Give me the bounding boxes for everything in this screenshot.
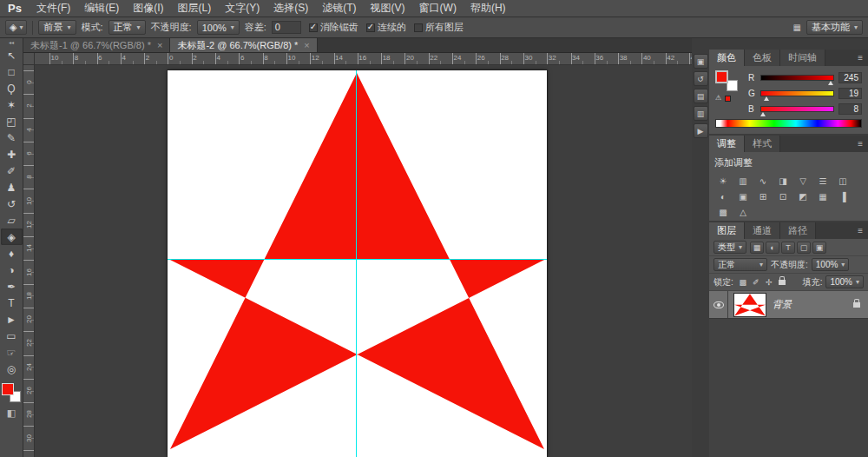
green-slider[interactable] (760, 90, 834, 96)
horizontal-ruler[interactable]: 1086420246810121416182022242628303234363… (35, 53, 692, 65)
tool-type[interactable]: T (1, 295, 23, 311)
layer-filter-pixel[interactable]: ▦ (750, 242, 764, 254)
adjustment-color-lookup[interactable]: ⊡ (774, 189, 792, 203)
panel-tab[interactable]: 色板 (745, 50, 780, 66)
document-tab[interactable]: 未标题-2 @ 66.7%(RGB/8) * × (170, 38, 317, 52)
blue-value-input[interactable]: 8 (838, 103, 862, 115)
layer-row[interactable]: 背景 (709, 291, 868, 319)
menu-item[interactable]: 视图(V) (364, 0, 412, 17)
blue-slider[interactable] (760, 106, 834, 112)
adjustment-gradient-map[interactable]: ▩ (714, 205, 732, 219)
slider-marker[interactable] (828, 81, 833, 85)
menu-item[interactable]: 图像(I) (126, 0, 170, 17)
layer-filter-select[interactable]: 类型 ▾ (713, 241, 746, 254)
lock-transparent-pixels[interactable]: ▩ (737, 276, 749, 288)
collapse-toolbar-icon[interactable]: ◂◂ (9, 39, 14, 47)
gamut-warning-icon[interactable]: ⚠ (715, 95, 721, 102)
tool-lasso[interactable]: Ϙ (1, 80, 23, 96)
tool-eyedropper[interactable]: ✎ (1, 129, 23, 146)
adjustment-exposure[interactable]: ◨ (774, 174, 792, 188)
adjustment-levels[interactable]: ▥ (734, 174, 752, 188)
tool-crop[interactable]: ◰ (1, 113, 23, 129)
layer-filter-smart-object[interactable]: ▣ (812, 242, 826, 254)
panel-tab[interactable]: 时间轴 (780, 50, 825, 66)
tool-eraser[interactable]: ▱ (1, 212, 23, 228)
green-value-input[interactable]: 19 (838, 88, 862, 99)
tool-hand[interactable]: ☞ (1, 344, 23, 361)
tool-paint-bucket[interactable]: ◈ (1, 228, 23, 245)
adjustment-channel-mixer[interactable]: ⊞ (754, 189, 772, 203)
menu-item[interactable]: 图层(L) (171, 0, 219, 17)
menu-item[interactable]: 文件(F) (30, 0, 77, 17)
dock-panel-mini-bridge[interactable]: ▣ (694, 54, 708, 69)
foreground-color-swatch[interactable] (715, 70, 728, 83)
lock-all-icon[interactable] (779, 280, 786, 285)
adjustment-brightness-contrast[interactable]: ☀ (714, 174, 732, 188)
lock-image-pixels[interactable]: ✐ (750, 276, 762, 288)
vertical-ruler[interactable]: 024681012141618202224262830 (23, 65, 35, 457)
panel-tab[interactable]: 图层 (709, 222, 745, 239)
tool-clone-stamp[interactable]: ♟ (1, 179, 23, 195)
layer-opacity-select[interactable]: 100% ▾ (812, 258, 850, 271)
menu-item[interactable]: 编辑(E) (77, 0, 126, 17)
menu-item[interactable]: 文字(Y) (218, 0, 266, 17)
tool-preset-picker[interactable]: ◈ ▾ (5, 20, 27, 35)
horizontal-guide[interactable] (168, 259, 547, 260)
panel-menu-icon[interactable]: ≡ (852, 136, 868, 152)
dock-panel-history[interactable]: ↺ (694, 71, 708, 86)
blend-mode-select[interactable]: 正常 ▾ (108, 20, 146, 35)
document-tab[interactable]: 未标题-1 @ 66.7%(RGB/8) * × (23, 38, 170, 52)
layer-fill-select[interactable]: 100% ▾ (825, 275, 864, 288)
close-tab-icon[interactable]: × (304, 40, 309, 50)
tool-marquee[interactable]: □ (1, 63, 23, 80)
panel-menu-icon[interactable]: ≡ (852, 222, 868, 239)
adjustment-invert[interactable]: ◩ (794, 189, 812, 203)
adjustment-threshold[interactable]: ▐ (834, 189, 852, 203)
panel-tab[interactable]: 路径 (780, 222, 816, 239)
layer-visibility-toggle[interactable] (709, 291, 728, 318)
close-tab-icon[interactable]: × (157, 40, 162, 50)
tool-dodge[interactable]: ◑ (1, 262, 23, 278)
adjustment-vibrance[interactable]: ▽ (794, 174, 812, 188)
adjustment-photo-filter[interactable]: ▣ (734, 189, 752, 203)
tool-shape[interactable]: ▭ (1, 328, 23, 344)
workspace-grid-icon[interactable]: ▦ (793, 23, 801, 32)
tolerance-input[interactable]: 0 (272, 21, 301, 34)
red-slider[interactable] (760, 75, 834, 81)
option-checkbox[interactable]: 消除锯齿 (309, 21, 358, 34)
tool-path-selection[interactable]: ► (1, 311, 23, 328)
canvas[interactable] (168, 70, 547, 457)
menu-item[interactable]: 窗口(W) (412, 0, 464, 17)
dock-panel-properties[interactable]: ▤ (694, 89, 708, 103)
dock-panel-info[interactable]: ▥ (694, 106, 708, 121)
slider-marker[interactable] (764, 96, 769, 101)
tool-pen[interactable]: ✒ (1, 278, 23, 295)
adjustment-color-balance[interactable]: ◫ (834, 174, 852, 188)
tool-move[interactable]: ↖ (1, 47, 23, 63)
adjustment-selective-color[interactable]: △ (734, 205, 752, 219)
layer-filter-type[interactable]: T (781, 242, 795, 254)
quick-mask-icon[interactable]: ◧ (7, 407, 16, 419)
layer-blend-mode-select[interactable]: 正常 ▾ (713, 258, 767, 271)
adjustment-curves[interactable]: ∿ (754, 174, 772, 188)
adjustment-black-white[interactable]: ◐ (714, 189, 732, 203)
tool-magic-wand[interactable]: ✶ (1, 96, 23, 113)
tool-zoom[interactable]: ◎ (1, 361, 23, 377)
red-value-input[interactable]: 245 (838, 72, 862, 83)
layer-filter-shape[interactable]: ▢ (797, 242, 811, 254)
tool-healing-brush[interactable]: ✚ (1, 146, 23, 162)
fill-source-select[interactable]: 前景 ▾ (38, 20, 76, 35)
layer-filter-adjustment[interactable]: ◐ (766, 242, 779, 254)
adjustment-posterize[interactable]: ▦ (814, 189, 832, 203)
tool-history-brush[interactable]: ↺ (1, 195, 23, 212)
option-checkbox[interactable]: 所有图层 (414, 21, 464, 34)
dock-panel-actions[interactable]: ▶ (694, 123, 708, 138)
web-color-cube-icon[interactable] (725, 96, 731, 102)
layer-thumbnail[interactable] (733, 293, 766, 317)
ruler-corner[interactable] (23, 53, 35, 65)
tool-blur[interactable]: ♦ (1, 245, 23, 262)
lock-position[interactable]: ✢ (763, 276, 775, 288)
panel-tab[interactable]: 调整 (709, 136, 745, 152)
workspace-select[interactable]: 基本功能 ▾ (806, 20, 863, 35)
panel-tab[interactable]: 通道 (745, 222, 780, 239)
